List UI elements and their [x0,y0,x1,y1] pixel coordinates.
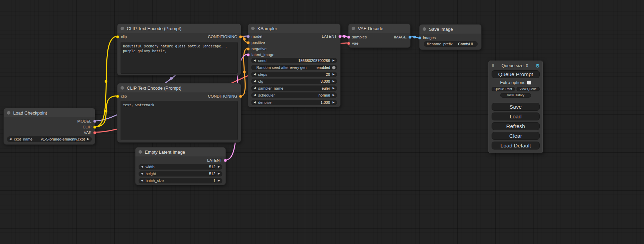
conditioning-port-icon[interactable] [239,35,242,38]
conditioning-port-icon[interactable] [247,47,250,51]
queue-front-button[interactable]: Queue Front [492,87,515,91]
node-ksampler[interactable]: KSampler model positive negative latent_… [248,24,341,107]
node-title-bar[interactable]: CLIP Text Encode (Prompt) [117,24,241,33]
output-slot-vae[interactable]: VAE [84,130,96,135]
widget-scheduler[interactable]: ◀ scheduler normal ▶ [251,92,337,98]
decrement-arrow-icon[interactable]: ◀ [254,73,256,76]
input-slot-vae[interactable]: vae [347,41,359,46]
image-port-icon[interactable] [408,36,412,39]
increment-arrow-icon[interactable]: ▶ [87,138,89,141]
node-clip-text-encode-positive[interactable]: CLIP Text Encode (Prompt) clip CONDITION… [117,24,241,75]
increment-arrow-icon[interactable]: ▶ [218,179,220,182]
input-slot-clip[interactable]: clip [116,94,127,99]
increment-arrow-icon[interactable]: ▶ [333,94,335,97]
input-slot-positive[interactable]: positive [247,40,265,45]
latent-port-icon[interactable] [224,159,227,162]
output-slot-latent[interactable]: LATENT [322,34,342,39]
collapse-dot-icon[interactable] [139,150,142,154]
latent-port-icon[interactable] [338,35,342,38]
output-slot-latent[interactable]: LATENT [207,158,227,163]
increment-arrow-icon[interactable]: ▶ [218,172,220,175]
output-slot-image[interactable]: IMAGE [394,35,412,39]
clip-port-icon[interactable] [116,95,119,98]
widget-batch-size[interactable]: ◀ batch_size 1 ▶ [139,178,222,183]
clip-port-icon[interactable] [93,126,96,129]
latent-port-icon[interactable] [347,36,350,39]
decrement-arrow-icon[interactable]: ◀ [141,165,143,168]
input-slot-negative[interactable]: negative [247,46,266,51]
decrement-arrow-icon[interactable]: ◀ [254,59,256,62]
increment-arrow-icon[interactable]: ▶ [218,165,220,168]
collapse-dot-icon[interactable] [121,86,124,90]
input-slot-clip[interactable]: clip [116,34,127,39]
output-slot-conditioning[interactable]: CONDITIONING [208,94,242,99]
node-title-bar[interactable]: KSampler [248,24,340,33]
save-workflow-button[interactable]: Save [492,103,540,111]
output-slot-conditioning[interactable]: CONDITIONING [208,34,242,39]
model-port-icon[interactable] [247,35,250,38]
collapse-dot-icon[interactable] [7,111,10,115]
widget-ckpt-name[interactable]: ◀ ckpt_name v1-5-pruned-emaonly.ckpt ▶ [7,136,92,142]
conditioning-port-icon[interactable] [239,95,242,98]
collapse-dot-icon[interactable] [352,27,355,30]
prompt-text-input[interactable]: beautiful scenery nature glass bottle la… [121,42,238,74]
widget-width[interactable]: ◀ width 512 ▶ [139,164,222,170]
decrement-arrow-icon[interactable]: ◀ [9,138,11,141]
clear-button[interactable]: Clear [492,132,540,140]
image-port-icon[interactable] [418,36,421,39]
output-slot-clip[interactable]: CLIP [82,125,96,129]
node-load-checkpoint[interactable]: Load Checkpoint MODEL CLIP VAE ◀ ckpt_na… [3,108,95,145]
view-queue-button[interactable]: View Queue [517,87,540,91]
extra-options-checkbox[interactable] [527,81,531,84]
decrement-arrow-icon[interactable]: ◀ [254,101,256,104]
latent-port-icon[interactable] [247,53,250,56]
decrement-arrow-icon[interactable]: ◀ [141,179,143,182]
increment-arrow-icon[interactable]: ▶ [333,73,335,76]
increment-arrow-icon[interactable]: ▶ [333,101,335,104]
widget-filename-prefix[interactable]: filename_prefix ComfyUI [424,41,478,47]
widget-denoise[interactable]: ◀ denoise 1.000 ▶ [251,100,337,105]
widget-height[interactable]: ◀ height 512 ▶ [139,171,222,177]
decrement-arrow-icon[interactable]: ◀ [254,87,256,90]
widget-cfg[interactable]: ◀ cfg 8.000 ▶ [251,79,337,84]
widget-sampler-name[interactable]: ◀ sampler_name euler ▶ [251,85,337,91]
increment-arrow-icon[interactable]: ▶ [333,59,335,62]
refresh-button[interactable]: Refresh [492,122,540,130]
conditioning-port-icon[interactable] [247,41,250,44]
output-slot-model[interactable]: MODEL [77,119,96,124]
input-slot-latent-image[interactable]: latent_image [247,52,274,57]
widget-random-seed-toggle[interactable]: Random seed after every gen enabled [251,65,337,70]
increment-arrow-icon[interactable]: ▶ [333,87,335,90]
view-history-button[interactable]: View History [500,93,531,98]
model-port-icon[interactable] [93,120,96,123]
widget-steps[interactable]: ◀ steps 20 ▶ [251,72,337,77]
input-slot-images[interactable]: images [418,35,436,40]
vae-port-icon[interactable] [93,131,96,134]
load-workflow-button[interactable]: Load [492,112,540,120]
node-title-bar[interactable]: Save Image [420,25,481,34]
prompt-text-input[interactable]: text, watermark [121,101,238,140]
node-title-bar[interactable]: Load Checkpoint [4,108,95,117]
settings-gear-icon[interactable]: ⚙ [535,63,540,69]
node-empty-latent-image[interactable]: Empty Latent Image LATENT ◀ width 512 ▶ … [135,147,226,185]
collapse-dot-icon[interactable] [121,27,124,30]
drag-handle-icon[interactable]: ⠿ [492,64,494,68]
node-save-image[interactable]: Save Image images filename_prefix ComfyU… [419,24,482,50]
load-default-button[interactable]: Load Default [492,142,540,150]
node-title-bar[interactable]: CLIP Text Encode (Prompt) [117,83,241,92]
decrement-arrow-icon[interactable]: ◀ [254,94,256,97]
widget-seed[interactable]: ◀ seed 156680208700286 ▶ [251,58,337,63]
decrement-arrow-icon[interactable]: ◀ [141,172,143,175]
input-slot-samples[interactable]: samples [347,35,367,39]
node-title-bar[interactable]: VAE Decode [349,24,410,33]
toggle-ball-icon[interactable] [332,66,336,70]
vae-port-icon[interactable] [347,42,350,45]
node-vae-decode[interactable]: VAE Decode samples vae IMAGE [348,24,411,48]
input-slot-model[interactable]: model [247,34,262,39]
node-title-bar[interactable]: Empty Latent Image [135,147,226,156]
queue-prompt-button[interactable]: Queue Prompt [492,70,540,78]
clip-port-icon[interactable] [116,35,119,38]
collapse-dot-icon[interactable] [251,27,255,30]
decrement-arrow-icon[interactable]: ◀ [254,80,256,83]
increment-arrow-icon[interactable]: ▶ [333,80,335,83]
